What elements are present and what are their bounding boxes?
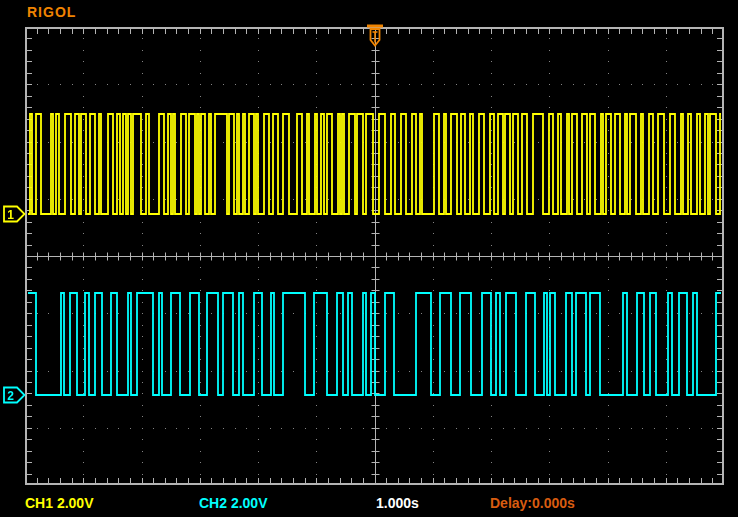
trigger-t-icon xyxy=(367,24,383,51)
ch1-ground-marker: 1 xyxy=(3,205,26,223)
ch2-scale-readout: CH2 2.00V xyxy=(199,495,267,511)
delay-readout: Delay:0.000s xyxy=(490,495,575,511)
ch1-marker-label: 1 xyxy=(7,208,14,222)
timebase-readout: 1.000s xyxy=(376,495,419,511)
graticule-canvas xyxy=(25,27,724,485)
status-bar: CH1 2.00V CH2 2.00V 1.000s Delay:0.000s xyxy=(0,493,738,517)
ch1-scale-readout: CH1 2.00V xyxy=(25,495,93,511)
trigger-position-marker xyxy=(367,24,383,51)
rigol-logo: RIGOL xyxy=(27,4,76,20)
ch2-ground-marker: 2 xyxy=(3,386,26,404)
ch2-marker-label: 2 xyxy=(7,389,14,403)
oscilloscope-screen: RIGOL 1 2 CH1 2.00V CH2 2.00V 1.000s Del… xyxy=(0,0,738,517)
